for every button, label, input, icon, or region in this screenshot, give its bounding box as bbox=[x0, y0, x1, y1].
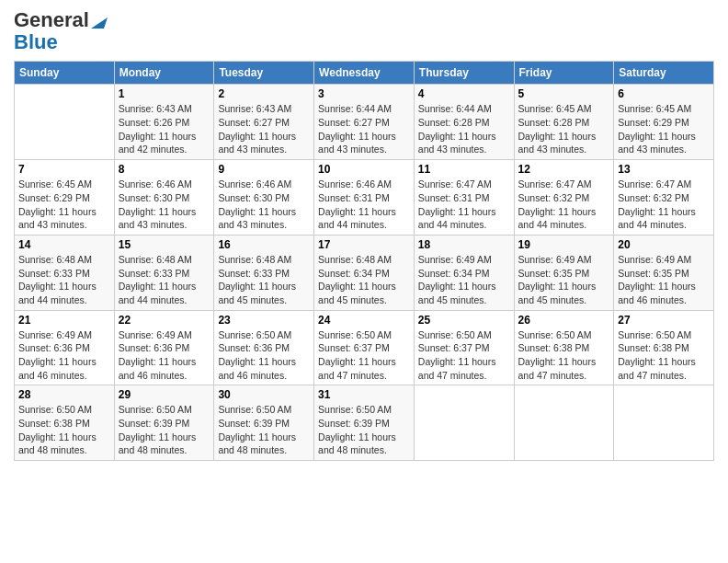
day-info: Sunrise: 6:50 AMSunset: 6:39 PMDaylight:… bbox=[119, 403, 210, 457]
day-number: 20 bbox=[618, 238, 710, 251]
day-number: 14 bbox=[18, 238, 110, 251]
day-number: 31 bbox=[318, 388, 410, 401]
col-header-sunday: Sunday bbox=[15, 62, 115, 85]
col-header-saturday: Saturday bbox=[614, 62, 714, 85]
calendar-cell bbox=[614, 385, 714, 461]
day-info: Sunrise: 6:50 AMSunset: 6:38 PMDaylight:… bbox=[518, 328, 610, 383]
calendar-cell: 30Sunrise: 6:50 AMSunset: 6:39 PMDayligh… bbox=[214, 385, 314, 461]
logo-blue: Blue bbox=[14, 31, 58, 53]
day-info: Sunrise: 6:49 AMSunset: 6:36 PMDaylight:… bbox=[18, 328, 110, 383]
day-info: Sunrise: 6:43 AMSunset: 6:26 PMDaylight:… bbox=[119, 102, 210, 156]
calendar-cell: 10Sunrise: 6:46 AMSunset: 6:31 PMDayligh… bbox=[314, 160, 415, 236]
calendar-cell: 8Sunrise: 6:46 AMSunset: 6:30 PMDaylight… bbox=[114, 160, 214, 236]
day-number: 23 bbox=[218, 314, 310, 327]
calendar-cell: 22Sunrise: 6:49 AMSunset: 6:36 PMDayligh… bbox=[114, 310, 214, 385]
logo: General Blue bbox=[14, 9, 108, 53]
calendar-cell bbox=[414, 385, 514, 461]
day-number: 25 bbox=[418, 314, 510, 327]
col-header-wednesday: Wednesday bbox=[314, 62, 415, 85]
calendar-cell: 15Sunrise: 6:48 AMSunset: 6:33 PMDayligh… bbox=[114, 235, 214, 310]
day-number: 26 bbox=[518, 314, 610, 327]
day-number: 4 bbox=[418, 87, 510, 100]
col-header-friday: Friday bbox=[514, 62, 614, 85]
logo-general: General bbox=[14, 9, 89, 31]
day-info: Sunrise: 6:43 AMSunset: 6:27 PMDaylight:… bbox=[218, 102, 310, 156]
calendar-week-2: 7Sunrise: 6:45 AMSunset: 6:29 PMDaylight… bbox=[15, 160, 714, 236]
calendar-cell: 31Sunrise: 6:50 AMSunset: 6:39 PMDayligh… bbox=[314, 385, 415, 461]
day-number: 13 bbox=[618, 163, 710, 176]
day-info: Sunrise: 6:48 AMSunset: 6:33 PMDaylight:… bbox=[218, 253, 310, 307]
day-number: 28 bbox=[18, 388, 110, 401]
calendar-cell: 12Sunrise: 6:47 AMSunset: 6:32 PMDayligh… bbox=[514, 160, 614, 236]
calendar-cell: 9Sunrise: 6:46 AMSunset: 6:30 PMDaylight… bbox=[214, 160, 314, 236]
calendar-week-4: 21Sunrise: 6:49 AMSunset: 6:36 PMDayligh… bbox=[15, 310, 714, 385]
calendar-cell: 2Sunrise: 6:43 AMSunset: 6:27 PMDaylight… bbox=[214, 85, 314, 160]
day-info: Sunrise: 6:45 AMSunset: 6:29 PMDaylight:… bbox=[18, 178, 110, 232]
day-number: 17 bbox=[318, 238, 410, 251]
day-number: 16 bbox=[218, 238, 310, 251]
calendar-cell: 13Sunrise: 6:47 AMSunset: 6:32 PMDayligh… bbox=[614, 160, 714, 236]
day-number: 3 bbox=[318, 87, 410, 100]
col-header-monday: Monday bbox=[114, 62, 214, 85]
day-info: Sunrise: 6:50 AMSunset: 6:39 PMDaylight:… bbox=[318, 403, 410, 457]
day-info: Sunrise: 6:50 AMSunset: 6:37 PMDaylight:… bbox=[418, 328, 510, 383]
calendar-cell: 5Sunrise: 6:45 AMSunset: 6:28 PMDaylight… bbox=[514, 85, 614, 160]
day-info: Sunrise: 6:50 AMSunset: 6:38 PMDaylight:… bbox=[18, 403, 110, 457]
calendar-week-5: 28Sunrise: 6:50 AMSunset: 6:38 PMDayligh… bbox=[15, 385, 714, 461]
calendar-cell: 18Sunrise: 6:49 AMSunset: 6:34 PMDayligh… bbox=[414, 235, 514, 310]
logo-bird-icon bbox=[91, 14, 108, 29]
day-info: Sunrise: 6:46 AMSunset: 6:31 PMDaylight:… bbox=[318, 178, 410, 232]
calendar-cell: 19Sunrise: 6:49 AMSunset: 6:35 PMDayligh… bbox=[514, 235, 614, 310]
day-info: Sunrise: 6:45 AMSunset: 6:29 PMDaylight:… bbox=[618, 102, 710, 156]
day-info: Sunrise: 6:46 AMSunset: 6:30 PMDaylight:… bbox=[119, 178, 210, 232]
day-number: 5 bbox=[518, 87, 610, 100]
day-info: Sunrise: 6:47 AMSunset: 6:32 PMDaylight:… bbox=[518, 178, 610, 232]
calendar-cell: 7Sunrise: 6:45 AMSunset: 6:29 PMDaylight… bbox=[15, 160, 115, 236]
day-number: 2 bbox=[218, 87, 310, 100]
day-number: 24 bbox=[318, 314, 410, 327]
calendar-cell: 3Sunrise: 6:44 AMSunset: 6:27 PMDaylight… bbox=[314, 85, 415, 160]
day-number: 15 bbox=[119, 238, 210, 251]
day-info: Sunrise: 6:48 AMSunset: 6:33 PMDaylight:… bbox=[119, 253, 210, 307]
day-number: 7 bbox=[18, 163, 110, 176]
calendar-cell: 21Sunrise: 6:49 AMSunset: 6:36 PMDayligh… bbox=[15, 310, 115, 385]
day-info: Sunrise: 6:48 AMSunset: 6:33 PMDaylight:… bbox=[18, 253, 110, 307]
calendar-cell: 28Sunrise: 6:50 AMSunset: 6:38 PMDayligh… bbox=[15, 385, 115, 461]
day-info: Sunrise: 6:47 AMSunset: 6:32 PMDaylight:… bbox=[618, 178, 710, 232]
calendar-cell: 25Sunrise: 6:50 AMSunset: 6:37 PMDayligh… bbox=[414, 310, 514, 385]
calendar-cell bbox=[514, 385, 614, 461]
day-number: 27 bbox=[618, 314, 710, 327]
day-info: Sunrise: 6:49 AMSunset: 6:35 PMDaylight:… bbox=[518, 253, 610, 307]
calendar-cell: 4Sunrise: 6:44 AMSunset: 6:28 PMDaylight… bbox=[414, 85, 514, 160]
col-header-tuesday: Tuesday bbox=[214, 62, 314, 85]
day-info: Sunrise: 6:44 AMSunset: 6:27 PMDaylight:… bbox=[318, 102, 410, 156]
day-number: 6 bbox=[618, 87, 710, 100]
svg-marker-0 bbox=[91, 17, 108, 29]
day-info: Sunrise: 6:44 AMSunset: 6:28 PMDaylight:… bbox=[418, 102, 510, 156]
day-number: 8 bbox=[119, 163, 210, 176]
calendar-cell bbox=[15, 85, 115, 160]
day-number: 22 bbox=[119, 314, 210, 327]
page-header: General Blue bbox=[14, 9, 714, 53]
day-info: Sunrise: 6:50 AMSunset: 6:36 PMDaylight:… bbox=[218, 328, 310, 383]
calendar-cell: 27Sunrise: 6:50 AMSunset: 6:38 PMDayligh… bbox=[614, 310, 714, 385]
calendar-header: SundayMondayTuesdayWednesdayThursdayFrid… bbox=[15, 62, 714, 85]
calendar-week-3: 14Sunrise: 6:48 AMSunset: 6:33 PMDayligh… bbox=[15, 235, 714, 310]
day-info: Sunrise: 6:50 AMSunset: 6:38 PMDaylight:… bbox=[618, 328, 710, 383]
day-number: 10 bbox=[318, 163, 410, 176]
day-info: Sunrise: 6:46 AMSunset: 6:30 PMDaylight:… bbox=[218, 178, 310, 232]
calendar-week-1: 1Sunrise: 6:43 AMSunset: 6:26 PMDaylight… bbox=[15, 85, 714, 160]
day-info: Sunrise: 6:45 AMSunset: 6:28 PMDaylight:… bbox=[518, 102, 610, 156]
calendar-cell: 6Sunrise: 6:45 AMSunset: 6:29 PMDaylight… bbox=[614, 85, 714, 160]
day-info: Sunrise: 6:50 AMSunset: 6:37 PMDaylight:… bbox=[318, 328, 410, 383]
calendar-cell: 20Sunrise: 6:49 AMSunset: 6:35 PMDayligh… bbox=[614, 235, 714, 310]
calendar-cell: 16Sunrise: 6:48 AMSunset: 6:33 PMDayligh… bbox=[214, 235, 314, 310]
day-number: 9 bbox=[218, 163, 310, 176]
day-info: Sunrise: 6:49 AMSunset: 6:36 PMDaylight:… bbox=[119, 328, 210, 383]
day-number: 21 bbox=[18, 314, 110, 327]
day-number: 19 bbox=[518, 238, 610, 251]
calendar-cell: 24Sunrise: 6:50 AMSunset: 6:37 PMDayligh… bbox=[314, 310, 415, 385]
col-header-thursday: Thursday bbox=[414, 62, 514, 85]
day-number: 1 bbox=[119, 87, 210, 100]
calendar-cell: 14Sunrise: 6:48 AMSunset: 6:33 PMDayligh… bbox=[15, 235, 115, 310]
